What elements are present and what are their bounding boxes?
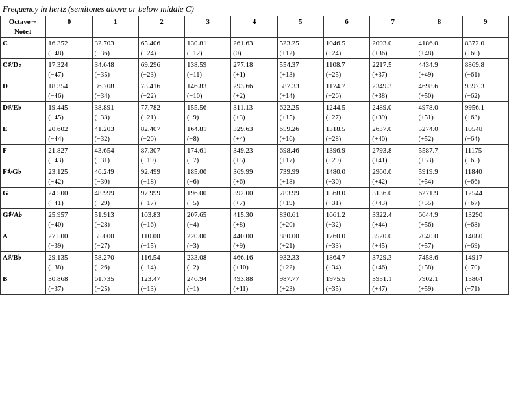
cell-7-1: 48.999(−29): [92, 187, 138, 208]
note-cell-8: G♯/A♭: [1, 208, 46, 230]
cell-9-0: 27.500(−39): [46, 230, 92, 251]
cell-0-0: 16.352(−48): [46, 37, 92, 58]
cell-8-0: 25.957(−40): [46, 208, 92, 230]
cell-9-4: 440.00(+9): [231, 230, 277, 251]
note-cell-11: B: [1, 273, 46, 294]
cell-3-7: 2489.0(+39): [370, 101, 416, 123]
cell-2-6: 1174.7(+26): [323, 80, 369, 101]
note-cell-9: A: [1, 230, 46, 251]
octave-7-header: 7: [370, 16, 416, 38]
cell-4-1: 41.203(−32): [92, 123, 138, 144]
cell-7-8: 6271.9(+55): [416, 187, 462, 208]
page-title: Frequency in hertz (semitones above or b…: [0, 0, 509, 16]
table-row: D♯/E♭19.445(−45)38.891(−33)77.782(−21)15…: [1, 101, 509, 123]
note-octave-header: Octave→ Note↓: [1, 16, 46, 38]
table-row: F21.827(−43)43.654(−31)87.307(−19)174.61…: [1, 144, 509, 166]
table-row: G24.500(−41)48.999(−29)97.999(−17)196.00…: [1, 187, 509, 208]
cell-10-1: 58.270(−26): [92, 251, 138, 273]
note-cell-0: C: [1, 37, 46, 58]
cell-9-9: 14080(+69): [462, 230, 508, 251]
cell-11-9: 15804(+71): [462, 273, 508, 294]
cell-8-8: 6644.9(+56): [416, 208, 462, 230]
cell-0-8: 4186.0(+48): [416, 37, 462, 58]
table-row: G♯/A♭25.957(−40)51.913(−28)103.83(−16)20…: [1, 208, 509, 230]
cell-4-4: 329.63(+4): [231, 123, 277, 144]
note-cell-5: F: [1, 144, 46, 166]
cell-6-8: 5919.9(+54): [416, 166, 462, 187]
cell-8-9: 13290(+68): [462, 208, 508, 230]
cell-8-6: 1661.2(+32): [323, 208, 369, 230]
cell-3-8: 4978.0(+51): [416, 101, 462, 123]
cell-3-5: 622.25(+15): [277, 101, 323, 123]
octave-5-header: 5: [277, 16, 323, 38]
cell-1-1: 34.648(−35): [92, 58, 138, 80]
cell-0-5: 523.25(+12): [277, 37, 323, 58]
cell-11-4: 493.88(+11): [231, 273, 277, 294]
table-body: C16.352(−48)32.703(−36)65.406(−24)130.81…: [1, 37, 509, 294]
octave-9-header: 9: [462, 16, 508, 38]
cell-4-5: 659.26(+16): [277, 123, 323, 144]
octave-6-header: 6: [323, 16, 369, 38]
cell-2-9: 9397.3(+62): [462, 80, 508, 101]
cell-10-6: 1864.7(+34): [323, 251, 369, 273]
cell-2-0: 18.354(−46): [46, 80, 92, 101]
cell-9-2: 110.00(−15): [138, 230, 184, 251]
cell-0-7: 2093.0(+36): [370, 37, 416, 58]
cell-4-7: 2637.0(+40): [370, 123, 416, 144]
cell-5-2: 87.307(−19): [138, 144, 184, 166]
octave-0-header: 0: [46, 16, 92, 38]
cell-5-6: 1396.9(+29): [323, 144, 369, 166]
cell-7-7: 3136.0(+43): [370, 187, 416, 208]
cell-11-5: 987.77(+23): [277, 273, 323, 294]
cell-10-9: 14917(+70): [462, 251, 508, 273]
table-row: D18.354(−46)36.708(−34)73.416(−22)146.83…: [1, 80, 509, 101]
cell-5-4: 349.23(+5): [231, 144, 277, 166]
octave-3-header: 3: [185, 16, 231, 38]
cell-5-5: 698.46(+17): [277, 144, 323, 166]
cell-7-4: 392.00(+7): [231, 187, 277, 208]
cell-7-6: 1568.0(+31): [323, 187, 369, 208]
cell-7-9: 12544(+67): [462, 187, 508, 208]
cell-9-1: 55.000(−27): [92, 230, 138, 251]
cell-4-8: 5274.0(+52): [416, 123, 462, 144]
cell-1-0: 17.324(−47): [46, 58, 92, 80]
cell-11-0: 30.868(−37): [46, 273, 92, 294]
cell-4-3: 164.81(−8): [185, 123, 231, 144]
cell-6-5: 739.99(+18): [277, 166, 323, 187]
note-cell-6: F♯/G♭: [1, 166, 46, 187]
cell-2-1: 36.708(−34): [92, 80, 138, 101]
octave-label: Octave→: [9, 18, 38, 25]
cell-1-3: 138.59(−11): [185, 58, 231, 80]
note-cell-1: C♯/D♭: [1, 58, 46, 80]
cell-2-8: 4698.6(+50): [416, 80, 462, 101]
cell-10-0: 29.135(−38): [46, 251, 92, 273]
cell-3-1: 38.891(−33): [92, 101, 138, 123]
cell-5-8: 5587.7(+53): [416, 144, 462, 166]
cell-0-3: 130.81(−12): [185, 37, 231, 58]
cell-1-5: 554.37(+13): [277, 58, 323, 80]
note-cell-7: G: [1, 187, 46, 208]
cell-3-9: 9956.1(+63): [462, 101, 508, 123]
cell-6-2: 92.499(−18): [138, 166, 184, 187]
cell-7-0: 24.500(−41): [46, 187, 92, 208]
cell-5-0: 21.827(−43): [46, 144, 92, 166]
cell-9-5: 880.00(+21): [277, 230, 323, 251]
cell-8-5: 830.61(+20): [277, 208, 323, 230]
cell-2-3: 146.83(−10): [185, 80, 231, 101]
cell-7-3: 196.00(−5): [185, 187, 231, 208]
table-row: C♯/D♭17.324(−47)34.648(−35)69.296(−23)13…: [1, 58, 509, 80]
cell-6-6: 1480.0(+30): [323, 166, 369, 187]
cell-6-7: 2960.0(+42): [370, 166, 416, 187]
cell-2-4: 293.66(+2): [231, 80, 277, 101]
cell-10-5: 932.33(+22): [277, 251, 323, 273]
cell-8-1: 51.913(−28): [92, 208, 138, 230]
cell-9-6: 1760.0(+33): [323, 230, 369, 251]
table-header: Octave→ Note↓ 0 1 2 3 4 5 6 7 8 9: [1, 16, 509, 38]
table-row: E20.602(−44)41.203(−32)82.407(−20)164.81…: [1, 123, 509, 144]
cell-9-3: 220.00(−3): [185, 230, 231, 251]
cell-3-4: 311.13(+3): [231, 101, 277, 123]
cell-11-1: 61.735(−25): [92, 273, 138, 294]
octave-4-header: 4: [231, 16, 277, 38]
note-label: Note↓: [14, 27, 32, 35]
table-row: A27.500(−39)55.000(−27)110.00(−15)220.00…: [1, 230, 509, 251]
